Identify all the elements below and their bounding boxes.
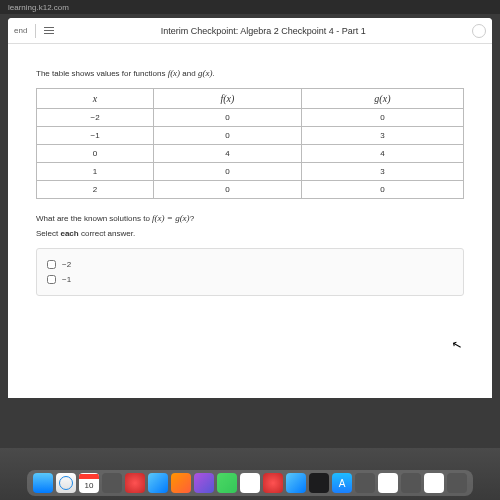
prompt-post: . (212, 69, 214, 78)
prompt-and: and (180, 69, 198, 78)
page-title: Interim Checkpoint: Algebra 2 Checkpoint… (54, 26, 472, 36)
table-row: −200 (37, 109, 464, 127)
chrome-icon[interactable] (424, 473, 444, 493)
finder-icon[interactable] (33, 473, 53, 493)
answer-checkbox[interactable] (47, 260, 56, 269)
answer-label: −1 (62, 275, 71, 284)
table-header-row: x f(x) g(x) (37, 89, 464, 109)
instruction-bold: each (60, 229, 78, 238)
dock-app-icon[interactable] (102, 473, 122, 493)
answer-option[interactable]: −2 (47, 257, 453, 272)
safari-icon[interactable] (56, 473, 76, 493)
calendar-icon[interactable]: 10 (79, 473, 99, 493)
cell: 2 (37, 181, 154, 199)
prompt-pre: The table shows values for functions (36, 69, 168, 78)
cell: 4 (301, 145, 463, 163)
dock-app-icon[interactable] (217, 473, 237, 493)
cell: 0 (154, 109, 302, 127)
header-x: x (37, 89, 154, 109)
instruction-text: Select each correct answer. (36, 229, 464, 238)
toolbar-divider (35, 24, 36, 38)
url-text: learning.k12.com (8, 3, 69, 12)
toolbar-left: end (14, 24, 54, 38)
dock-app-icon[interactable] (378, 473, 398, 493)
browser-url-bar: learning.k12.com (0, 0, 500, 14)
appstore-glyph: A (339, 478, 346, 489)
table-row: 103 (37, 163, 464, 181)
dock-app-icon[interactable] (263, 473, 283, 493)
question-pre: What are the known solutions to (36, 214, 152, 223)
dock-app-icon[interactable] (194, 473, 214, 493)
toolbar-left-label[interactable]: end (14, 26, 27, 35)
toolbar-right-icon[interactable] (472, 24, 486, 38)
dock-app-icon[interactable] (240, 473, 260, 493)
macos-dock: 10 A (27, 470, 473, 496)
dock-app-icon[interactable] (286, 473, 306, 493)
values-table: x f(x) g(x) −200 −103 044 103 200 (36, 88, 464, 199)
cell: 3 (301, 127, 463, 145)
answer-label: −2 (62, 260, 71, 269)
appstore-icon[interactable]: A (332, 473, 352, 493)
question-eq: f(x) = g(x) (152, 213, 190, 223)
instruction-pre: Select (36, 229, 60, 238)
apple-tv-icon[interactable] (309, 473, 329, 493)
cell: 0 (154, 163, 302, 181)
prompt-g: g(x) (198, 68, 213, 78)
cell: 0 (37, 145, 154, 163)
dock-app-icon[interactable] (355, 473, 375, 493)
table-row: −103 (37, 127, 464, 145)
answer-choices: −2 −1 (36, 248, 464, 296)
cell: 0 (154, 127, 302, 145)
table-row: 044 (37, 145, 464, 163)
cell: 4 (154, 145, 302, 163)
prompt-text: The table shows values for functions f(x… (36, 68, 464, 78)
answer-checkbox[interactable] (47, 275, 56, 284)
app-window: end Interim Checkpoint: Algebra 2 Checkp… (8, 18, 492, 398)
trash-icon[interactable] (447, 473, 467, 493)
question-post: ? (190, 214, 194, 223)
dock-app-icon[interactable] (171, 473, 191, 493)
answer-option[interactable]: −1 (47, 272, 453, 287)
cell: −2 (37, 109, 154, 127)
cell: 0 (301, 109, 463, 127)
question-content: The table shows values for functions f(x… (8, 44, 492, 398)
cell: −1 (37, 127, 154, 145)
desktop-area: 10 A (0, 448, 500, 500)
app-toolbar: end Interim Checkpoint: Algebra 2 Checkp… (8, 18, 492, 44)
instruction-post: correct answer. (79, 229, 135, 238)
cell: 1 (37, 163, 154, 181)
dock-app-icon[interactable] (148, 473, 168, 493)
table-row: 200 (37, 181, 464, 199)
dock-app-icon[interactable] (401, 473, 421, 493)
header-gx: g(x) (301, 89, 463, 109)
prompt-f: f(x) (168, 68, 181, 78)
question-text: What are the known solutions to f(x) = g… (36, 213, 464, 223)
cell: 0 (154, 181, 302, 199)
header-fx: f(x) (154, 89, 302, 109)
dock-app-icon[interactable] (125, 473, 145, 493)
cell: 3 (301, 163, 463, 181)
menu-icon[interactable] (44, 27, 54, 34)
cell: 0 (301, 181, 463, 199)
calendar-day: 10 (85, 479, 94, 492)
